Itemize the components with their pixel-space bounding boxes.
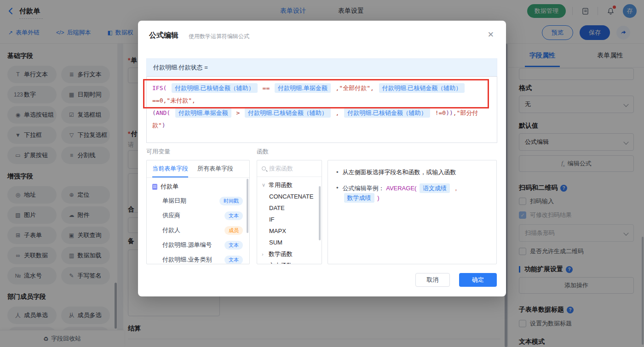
variable-row[interactable]: 供应商文本 [147,208,249,223]
variable-row[interactable]: 付款人成员 [147,223,249,238]
function-search[interactable] [257,160,322,177]
variable-name: 单据日期 [162,197,219,205]
variables-tab-当前表单字段[interactable]: 当前表单字段 [152,160,188,177]
formula-token: ( [152,109,156,116]
field-chip[interactable]: 付款明细.已核销金额（辅助） [344,108,430,118]
tip-line: 从左侧面板选择字段名和函数，或输入函数 [336,168,488,177]
formula-token: !=0 [431,109,446,116]
functions-label: 函数 [257,148,269,156]
function-item-SUM[interactable]: SUM [257,237,322,248]
variable-name: 付款人 [162,226,224,234]
field-chip[interactable]: 付款明细.已核销金额（辅助） [172,83,258,93]
form-root-node[interactable]: 付款单 [147,180,249,193]
formula-token: , [192,97,196,104]
formula-token: AND( [156,109,174,116]
field-chip[interactable]: 数学成绩 [344,193,374,203]
variables-label: 可用变量 [146,148,170,156]
variable-row[interactable]: 单据日期时间戳 [147,193,249,208]
formula-token: ， [451,185,460,192]
functions-scrollbar[interactable] [319,186,321,240]
formula-token: , [370,85,378,91]
formula-token: , [332,109,343,116]
close-icon[interactable]: ✕ [488,30,494,40]
variables-tab-所有表单字段[interactable]: 所有表单字段 [197,160,233,177]
tips-panel: 从左侧面板选择字段名和函数，或输入函数 公式编辑举例： AVERAGE( 语文成… [328,160,497,264]
field-chip[interactable]: 语文成绩 [420,183,450,193]
type-badge: 时间戳 [219,197,243,205]
chevron-right-icon: › [262,263,266,265]
variable-name: 付款明细.业务类别 [162,256,224,264]
function-group-label: 文本函数 [269,262,293,265]
app-root: 付款单 表单设计表单设置 数据管理 存 ↗表单外链</>后端脚本◧数据权 预览 … [0,0,644,347]
chevron-right-icon: › [262,251,266,257]
function-group-数学函数[interactable]: ›数学函数 [257,248,322,260]
formula-token: IFS( [152,85,170,91]
function-group-文本函数[interactable]: ›文本函数 [257,260,322,264]
cancel-button[interactable]: 取消 [415,273,450,287]
chevron-down-icon: ∨ [262,182,266,188]
variable-row[interactable]: 付款明细.源单编号文本 [147,238,249,252]
formula-token: > [233,109,243,116]
function-item-IF[interactable]: IF [257,214,322,225]
formula-token: )) [446,109,453,116]
function-group-label: 常用函数 [269,181,293,189]
function-group-label: 数学函数 [269,250,293,258]
modal-subtitle: 使用数学运算符编辑公式 [189,33,249,40]
field-chip[interactable]: 付款明细.单据金额 [175,108,231,118]
formula-editor-modal: 公式编辑 使用数学运算符编辑公式 ✕ 付款明细.付款状态 = IFS( 付款明细… [138,21,506,296]
variables-tabs: 当前表单字段所有表单字段 [147,160,249,178]
variable-name: 供应商 [162,211,224,220]
formula-line: (AND( 付款明细.单据金额 > 付款明细.已核销金额（辅助） , 付款明细.… [152,107,491,131]
file-icon [152,184,157,190]
formula-token: == [259,85,273,91]
function-group-常用函数[interactable]: ∨常用函数 [257,179,322,191]
formula-line: IFS( 付款明细.已核销金额（辅助） == 付款明细.单据金额 ,"全部付款"… [152,82,491,107]
formula-token: AVERAGE( [386,185,418,192]
formula-token: ) [376,194,380,201]
formula-token: "未付款" [167,97,192,104]
formula-editor-area[interactable]: IFS( 付款明细.已核销金额（辅助） == 付款明细.单据金额 ,"全部付款"… [146,76,497,143]
variables-scrollbar[interactable] [247,179,248,233]
function-item-DATE[interactable]: DATE [257,202,322,214]
field-chip[interactable]: 付款明细.已核销金额（辅助） [379,83,465,93]
type-badge: 文本 [224,256,243,264]
function-item-MAPX[interactable]: MAPX [257,225,322,237]
variables-panel: 当前表单字段所有表单字段 付款单 单据日期时间戳供应商文本付款人成员付款明细.源… [146,160,250,264]
function-item-CONCATENATE[interactable]: CONCATENATE [257,191,322,202]
function-search-input[interactable] [269,165,310,172]
formula-token: ) [162,122,166,129]
variable-row[interactable]: 付款明细.业务类别文本 [147,252,249,264]
tip-example-line: 公式编辑举例： AVERAGE( 语文成绩 ， 数学成绩 ) [336,183,488,203]
variable-name: 付款明细.源单编号 [162,241,224,249]
type-badge: 文本 [224,211,243,220]
confirm-button[interactable]: 确定 [459,273,497,287]
search-icon [262,166,266,171]
modal-title: 公式编辑 [149,31,178,40]
field-chip[interactable]: 付款明细.已核销金额（辅助） [245,108,331,118]
formula-token: "全部付款" [339,85,370,91]
type-badge: 文本 [224,241,243,250]
formula-token: , [332,85,339,91]
formula-target-bar: 付款明细.付款状态 = [146,58,497,76]
variables-list: 单据日期时间戳供应商文本付款人成员付款明细.源单编号文本付款明细.业务类别文本付… [147,193,249,264]
formula-token: , [453,109,457,116]
field-chip[interactable]: 付款明细.单据金额 [275,83,331,93]
functions-list: ∨常用函数CONCATENATEDATEIFMAPXSUM›数学函数›文本函数 [257,177,322,264]
functions-panel: ∨常用函数CONCATENATEDATEIFMAPXSUM›数学函数›文本函数 [257,160,322,264]
type-badge: 成员 [224,226,243,235]
formula-token: 公式编辑举例： [343,185,386,192]
